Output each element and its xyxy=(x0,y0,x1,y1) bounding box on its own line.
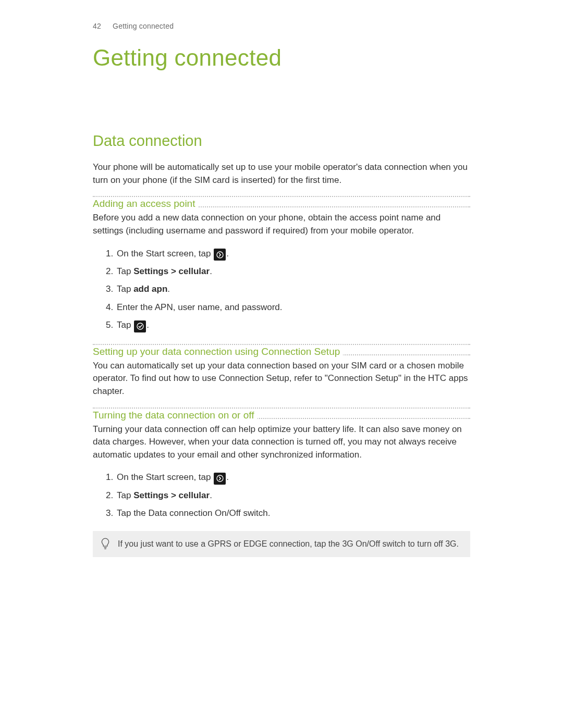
step-text: Tap xyxy=(117,320,133,330)
sub3-steps: On the Start screen, tap . Tap Settings … xyxy=(93,468,470,522)
sub3-body: Turning your data connection off can hel… xyxy=(93,423,470,462)
check-circle-icon xyxy=(134,320,146,332)
step-text: . xyxy=(210,266,212,276)
step-bold: Settings > cellular xyxy=(133,490,210,500)
svg-point-1 xyxy=(137,323,143,329)
sub1-steps: On the Start screen, tap . Tap Settings … xyxy=(93,245,470,335)
step-bold: add apn xyxy=(133,284,167,294)
list-item: On the Start screen, tap . xyxy=(116,468,470,487)
step-text: . xyxy=(226,249,229,258)
sub-heading-adding-access-point: Adding an access point xyxy=(93,198,198,209)
step-text: Tap xyxy=(117,266,133,276)
svg-point-0 xyxy=(217,252,223,258)
sub-heading-on-off: Turning the data connection on or off xyxy=(93,410,258,421)
list-item: Tap Settings > cellular. xyxy=(116,487,470,504)
arrow-right-circle-icon xyxy=(214,249,226,261)
tip-callout: If you just want to use a GPRS or EDGE c… xyxy=(93,531,470,557)
running-header: 42 Getting connected xyxy=(93,22,470,30)
list-item: Tap Settings > cellular. xyxy=(116,263,470,280)
divider xyxy=(93,344,470,345)
divider xyxy=(93,408,470,409)
step-text: Tap xyxy=(117,490,133,500)
step-text: Enter the APN, user name, and password. xyxy=(117,302,283,312)
step-text: Tap xyxy=(117,284,133,294)
section-title: Data connection xyxy=(93,132,470,150)
sub2-body: You can automatically set up your data c… xyxy=(93,360,470,398)
page-number: 42 xyxy=(93,22,101,30)
step-text: . xyxy=(210,490,212,500)
step-text: Tap the Data connection On/Off switch. xyxy=(117,508,271,518)
tip-text: If you just want to use a GPRS or EDGE c… xyxy=(118,537,463,550)
arrow-right-circle-icon xyxy=(214,473,226,485)
list-item: Tap add apn. xyxy=(116,280,470,298)
step-text: On the Start screen, tap xyxy=(117,249,213,258)
step-text: . xyxy=(146,320,149,330)
list-item: Enter the APN, user name, and password. xyxy=(116,299,470,316)
sub1-intro: Before you add a new data connection on … xyxy=(93,212,470,237)
list-item: Tap the Data connection On/Off switch. xyxy=(116,504,470,522)
step-text: . xyxy=(167,284,170,294)
svg-point-2 xyxy=(217,475,223,482)
step-bold: Settings > cellular xyxy=(133,266,210,276)
sub-heading-connection-setup: Setting up your data connection using Co… xyxy=(93,346,343,357)
chapter-title: Getting connected xyxy=(93,45,470,71)
list-item: On the Start screen, tap . xyxy=(116,245,470,263)
section-intro: Your phone will be automatically set up … xyxy=(93,161,470,187)
list-item: Tap . xyxy=(116,316,470,335)
step-text: . xyxy=(226,472,229,482)
lightbulb-icon xyxy=(100,537,118,551)
divider xyxy=(93,196,470,197)
step-text: On the Start screen, tap xyxy=(117,472,213,482)
running-title: Getting connected xyxy=(113,22,174,30)
